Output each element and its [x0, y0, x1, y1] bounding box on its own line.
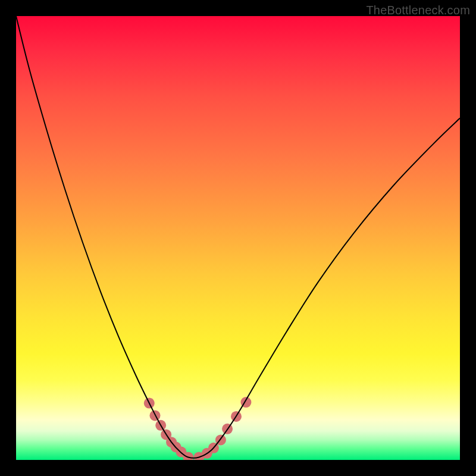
chart-svg: [16, 16, 460, 460]
plot-area: [16, 16, 460, 460]
chart-frame: TheBottleneck.com: [0, 0, 476, 476]
watermark-text: TheBottleneck.com: [366, 4, 470, 17]
bottleneck-curve: [16, 16, 460, 458]
marker-layer: [144, 397, 252, 460]
